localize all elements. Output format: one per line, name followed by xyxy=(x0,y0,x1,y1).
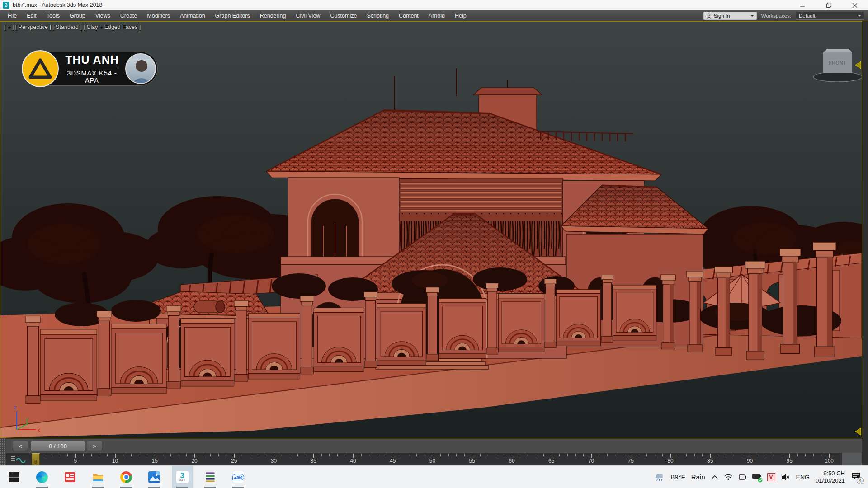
timeline-tick xyxy=(623,454,623,456)
close-button[interactable] xyxy=(842,0,868,10)
zalo-icon: Zalo xyxy=(232,471,245,483)
taskbar-edge[interactable] xyxy=(32,466,52,488)
time-slider-handle[interactable]: 0 xyxy=(32,453,40,465)
menu-item-civil-view[interactable]: Civil View xyxy=(291,10,325,21)
watermark-badge: THU ANH 3DSMAX K54 - APA xyxy=(22,52,158,86)
timeline-tick-label: 75 xyxy=(628,458,634,464)
timeline-tick xyxy=(297,454,298,456)
timeline-tick xyxy=(266,454,266,456)
menu-item-arnold[interactable]: Arnold xyxy=(424,10,450,21)
viewport-header-label[interactable]: [ + ] [ Perspective ] [ Standard ] [ Cla… xyxy=(4,24,141,30)
frame-counter[interactable]: 0 / 100 xyxy=(31,441,85,451)
taskbar-news[interactable] xyxy=(60,466,80,488)
language-indicator[interactable]: ENG xyxy=(796,474,810,481)
meet-now-icon[interactable] xyxy=(738,474,746,480)
taskbar-photos[interactable] xyxy=(144,466,165,488)
timeline-tick xyxy=(282,454,282,456)
timeline-tick xyxy=(99,454,99,456)
photos-icon xyxy=(148,471,160,483)
timeline-tick xyxy=(425,454,425,456)
clock[interactable]: 9:50 CH 01/10/2021 xyxy=(816,470,845,484)
timeline-tick xyxy=(750,454,750,458)
timeline-tick xyxy=(694,454,695,456)
tray-overflow-chevron-icon[interactable] xyxy=(711,475,718,479)
chevron-down-icon xyxy=(858,15,861,19)
user-icon xyxy=(706,13,712,19)
timeline-tick-label: 85 xyxy=(707,458,713,464)
timeline-tick xyxy=(480,454,481,456)
timeline-tick-label: 45 xyxy=(390,458,396,464)
timeline-tick xyxy=(496,454,496,456)
track-bar[interactable]: 0510152025303540455055606570758085909510… xyxy=(0,453,862,465)
next-frame-button[interactable]: > xyxy=(87,441,102,451)
timeline-tick xyxy=(250,454,250,456)
sign-in-label: Sign In xyxy=(714,13,730,19)
timeline-tick xyxy=(274,454,274,458)
minimize-button[interactable] xyxy=(789,0,816,10)
timeline-tick xyxy=(591,454,592,458)
timeline-tick xyxy=(599,454,599,456)
timeline-tick xyxy=(203,454,203,456)
volume-icon[interactable] xyxy=(781,474,790,481)
timeline-tick xyxy=(393,454,393,458)
winrar-icon xyxy=(204,471,216,483)
perspective-viewport[interactable]: z y x FRONT [ + ] [ Perspective ] [ Stan… xyxy=(0,21,862,438)
taskbar-file-explorer[interactable] xyxy=(88,466,108,488)
timeline-tick-label: 50 xyxy=(429,458,435,464)
menu-item-file[interactable]: File xyxy=(3,10,22,21)
timeline-tick xyxy=(377,454,377,456)
menu-item-content[interactable]: Content xyxy=(394,10,424,21)
timeline-tick xyxy=(718,454,718,456)
taskbar-zalo[interactable]: Zalo xyxy=(228,466,249,488)
start-button[interactable] xyxy=(4,466,24,488)
timeline-tick xyxy=(369,454,369,456)
toolbar-grip[interactable] xyxy=(0,438,6,465)
3ds-max-app-icon: 3 xyxy=(3,2,9,9)
timeline-tick-label: 40 xyxy=(350,458,356,464)
taskbar-winrar[interactable] xyxy=(200,466,221,488)
menu-item-tools[interactable]: Tools xyxy=(42,10,65,21)
weather-temperature[interactable]: 89°F xyxy=(671,473,685,481)
taskbar-chrome[interactable] xyxy=(116,466,137,488)
timeline-tick xyxy=(456,454,457,456)
timeline-tick xyxy=(440,454,441,456)
menu-item-modifiers[interactable]: Modifiers xyxy=(142,10,175,21)
menu-item-create[interactable]: Create xyxy=(115,10,142,21)
timeline-tick xyxy=(710,454,711,458)
menu-item-graph-editors[interactable]: Graph Editors xyxy=(210,10,255,21)
wifi-icon[interactable] xyxy=(724,474,732,480)
mini-curve-editor-button[interactable] xyxy=(11,455,26,464)
menu-item-help[interactable]: Help xyxy=(450,10,472,21)
timeline-tick-label: 60 xyxy=(509,458,514,464)
security-tray-icon[interactable] xyxy=(752,473,761,481)
current-frame-label: 0 xyxy=(34,460,37,465)
menu-item-animation[interactable]: Animation xyxy=(175,10,210,21)
timeline-tick xyxy=(789,454,790,458)
timeline-tick xyxy=(218,454,219,456)
timeline-tick xyxy=(646,454,647,456)
action-center-button[interactable]: 4 xyxy=(851,472,861,483)
menu-item-rendering[interactable]: Rendering xyxy=(255,10,291,21)
menu-item-views[interactable]: Views xyxy=(90,10,115,21)
workspace-dropdown[interactable]: Default xyxy=(796,12,864,20)
previous-frame-button[interactable]: < xyxy=(13,441,28,451)
sign-in-button[interactable]: Sign In xyxy=(703,12,757,20)
divider xyxy=(65,68,119,68)
taskbar-3ds-max[interactable]: 3 MAX xyxy=(172,466,193,488)
track-bar-end xyxy=(842,453,862,465)
menu-item-customize[interactable]: Customize xyxy=(325,10,362,21)
restore-button[interactable] xyxy=(816,0,842,10)
timeline-tick xyxy=(726,454,726,456)
menu-item-scripting[interactable]: Scripting xyxy=(362,10,394,21)
timeline-tick-label: 70 xyxy=(588,458,594,464)
menu-item-group[interactable]: Group xyxy=(65,10,90,21)
menu-item-edit[interactable]: Edit xyxy=(22,10,42,21)
timeline-tick xyxy=(321,454,322,456)
unikey-icon[interactable]: V xyxy=(767,473,775,481)
weather-condition[interactable]: Rain xyxy=(691,473,705,481)
timeline-tick xyxy=(631,454,631,458)
timeline-tick xyxy=(433,454,433,458)
timeline-tick xyxy=(329,454,330,456)
svg-text:x: x xyxy=(38,427,40,433)
timeline-tick-label: 95 xyxy=(787,458,793,464)
